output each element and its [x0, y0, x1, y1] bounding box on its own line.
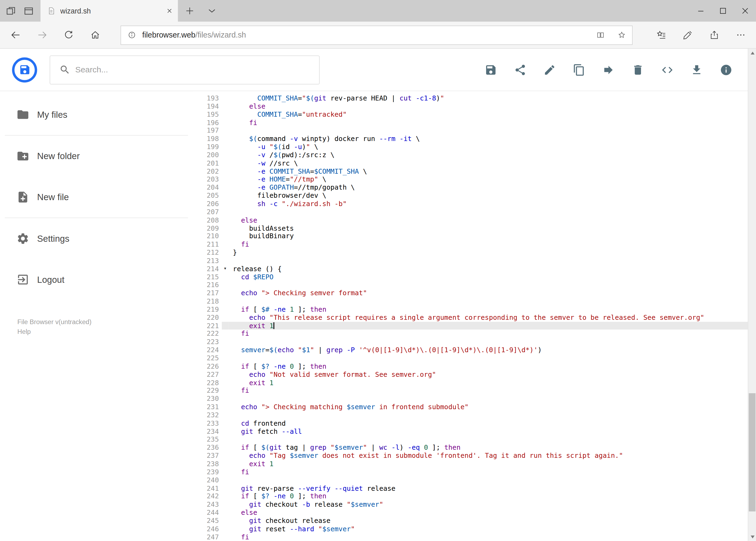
delete-button[interactable] — [627, 59, 648, 81]
filebrowser-logo[interactable] — [12, 57, 37, 82]
minimize-button[interactable] — [689, 0, 711, 22]
code-line[interactable]: 239 fi — [193, 468, 756, 476]
code-line[interactable]: 213 — [193, 257, 756, 265]
code-line[interactable]: 222 fi — [193, 330, 756, 338]
address-bar[interactable]: filebrowser.web/files/wizard.sh — [121, 25, 632, 45]
code-line[interactable]: 210 buildBinary — [193, 232, 756, 241]
sidebar-item-logout[interactable]: Logout — [0, 259, 193, 300]
code-line[interactable]: 236 if [ $(git tag | grep "$semver" | wc… — [193, 443, 756, 452]
code-line[interactable]: 211 fi — [193, 241, 756, 249]
code-line[interactable]: 229 fi — [193, 387, 756, 395]
forward-button[interactable] — [29, 22, 55, 48]
code-line[interactable]: 231 echo "> Checking matching $semver in… — [193, 403, 756, 411]
hub-icon[interactable] — [648, 22, 674, 48]
help-link[interactable]: Help — [17, 327, 193, 337]
edit-button[interactable] — [539, 59, 560, 81]
code-line[interactable]: 214▾release () { — [193, 265, 756, 273]
code-line[interactable]: 227 echo "Not valid semver format. See s… — [193, 370, 756, 378]
share-button[interactable] — [510, 59, 531, 81]
code-line[interactable]: 212} — [193, 249, 756, 257]
tab-list-chevron-icon[interactable] — [201, 0, 222, 22]
code-line[interactable]: 215 cd $REPO — [193, 273, 756, 281]
back-button[interactable] — [2, 22, 29, 48]
code-line[interactable]: 243 git checkout -b release "$semver" — [193, 500, 756, 509]
new-tab-button[interactable] — [178, 0, 201, 22]
code-line[interactable]: 198 $(command -v winpty) docker run --rm… — [193, 135, 756, 143]
code-line[interactable]: 228 exit 1 — [193, 378, 756, 386]
code-line[interactable]: 221 exit 1 — [193, 322, 756, 330]
search-input[interactable] — [75, 65, 316, 75]
code-line[interactable]: 207 — [193, 208, 756, 216]
code-line[interactable]: 219 if [ $# -ne 1 ]; then — [193, 305, 756, 313]
close-window-button[interactable] — [734, 0, 756, 22]
code-line[interactable]: 240 — [193, 476, 756, 484]
share-icon[interactable] — [701, 22, 727, 48]
code-line[interactable]: 216 — [193, 281, 756, 289]
code-line[interactable]: 225 — [193, 354, 756, 362]
code-line[interactable]: 238 exit 1 — [193, 460, 756, 468]
code-line[interactable]: 199 -u "$(id -u)" \ — [193, 143, 756, 151]
fold-marker-icon[interactable]: ▾ — [222, 265, 229, 273]
code-line[interactable]: 205 filebrowser/dev \ — [193, 192, 756, 200]
code-line[interactable]: 197 — [193, 127, 756, 135]
code-line[interactable]: 217 echo "> Checking semver format" — [193, 289, 756, 297]
maximize-button[interactable] — [712, 0, 734, 22]
code-line[interactable]: 224 semver=$(echo "$1" | grep -P '^v(0|[… — [193, 346, 756, 354]
info-button[interactable] — [715, 59, 737, 81]
sidebar-item-settings[interactable]: Settings — [0, 218, 193, 259]
code-line[interactable]: 208 else — [193, 216, 756, 224]
code-line[interactable]: 209 buildAssets — [193, 224, 756, 232]
code-line[interactable]: 218 — [193, 297, 756, 305]
code-line[interactable]: 235 — [193, 435, 756, 443]
copy-button[interactable] — [569, 59, 590, 81]
code-view-button[interactable] — [657, 59, 678, 81]
code-line[interactable]: 196 fi — [193, 119, 756, 127]
code-line[interactable]: 195 COMMIT_SHA="untracked" — [193, 111, 756, 119]
scrollbar-thumb[interactable] — [749, 393, 755, 511]
move-button[interactable] — [598, 59, 619, 81]
code-line[interactable]: 203 -e HOME="//tmp" \ — [193, 175, 756, 184]
reading-view-icon[interactable] — [590, 31, 611, 39]
code-line[interactable]: 223 — [193, 338, 756, 346]
home-button[interactable] — [82, 22, 109, 48]
download-button[interactable] — [686, 59, 707, 81]
code-line[interactable]: 204 -e GOPATH=//tmp/gopath \ — [193, 184, 756, 192]
code-line[interactable]: 220 echo "This release script requires a… — [193, 313, 756, 322]
scroll-down-arrow-icon[interactable] — [748, 533, 756, 541]
code-line[interactable]: 237 echo "Tag $semver does not exist in … — [193, 452, 756, 460]
scroll-up-arrow-icon[interactable] — [748, 49, 756, 57]
code-editor[interactable]: 193 COMMIT_SHA="$(git rev-parse HEAD | c… — [193, 91, 756, 540]
code-line[interactable]: 241 git rev-parse --verify --quiet relea… — [193, 484, 756, 492]
site-info-icon[interactable] — [121, 31, 142, 39]
code-line[interactable]: 233 cd frontend — [193, 419, 756, 427]
sidebar-item-new-folder[interactable]: New folder — [0, 136, 193, 177]
code-line[interactable]: 202 -e COMMIT_SHA=$COMMIT_SHA \ — [193, 167, 756, 175]
code-line[interactable]: 226 if [ $? -ne 0 ]; then — [193, 362, 756, 370]
code-line[interactable]: 246 git reset --hard "$semver" — [193, 525, 756, 533]
code-line[interactable]: 193 COMMIT_SHA="$(git rev-parse HEAD | c… — [193, 94, 756, 102]
search-box[interactable] — [50, 55, 320, 84]
code-line[interactable]: 247 fi — [193, 533, 756, 540]
code-line[interactable]: 244 else — [193, 509, 756, 517]
set-tabs-aside-icon[interactable] — [6, 6, 16, 16]
sidebar-item-my-files[interactable]: My files — [0, 94, 193, 135]
sidebar-item-new-file[interactable]: New file — [0, 177, 193, 218]
refresh-button[interactable] — [55, 22, 82, 48]
code-line[interactable]: 232 — [193, 411, 756, 419]
code-line[interactable]: 206 sh -c "./wizard.sh -b" — [193, 200, 756, 208]
save-button[interactable] — [480, 59, 501, 81]
code-line[interactable]: 242 if [ $? -ne 0 ]; then — [193, 492, 756, 500]
web-note-icon[interactable] — [674, 22, 701, 48]
code-line[interactable]: 230 — [193, 395, 756, 403]
active-tab[interactable]: wizard.sh — [41, 0, 178, 22]
more-options-icon[interactable] — [728, 22, 754, 48]
code-line[interactable]: 234 git fetch --all — [193, 427, 756, 435]
tab-preview-icon[interactable] — [24, 6, 34, 16]
code-line[interactable]: 194 else — [193, 102, 756, 110]
code-line[interactable]: 201 -w //src \ — [193, 159, 756, 167]
code-line[interactable]: 200 -v /$(pwd):/src:z \ — [193, 151, 756, 159]
page-scrollbar[interactable] — [748, 49, 756, 541]
code-line[interactable]: 245 git checkout release — [193, 517, 756, 525]
favorite-star-icon[interactable] — [611, 31, 632, 39]
tab-close-icon[interactable] — [166, 7, 173, 15]
